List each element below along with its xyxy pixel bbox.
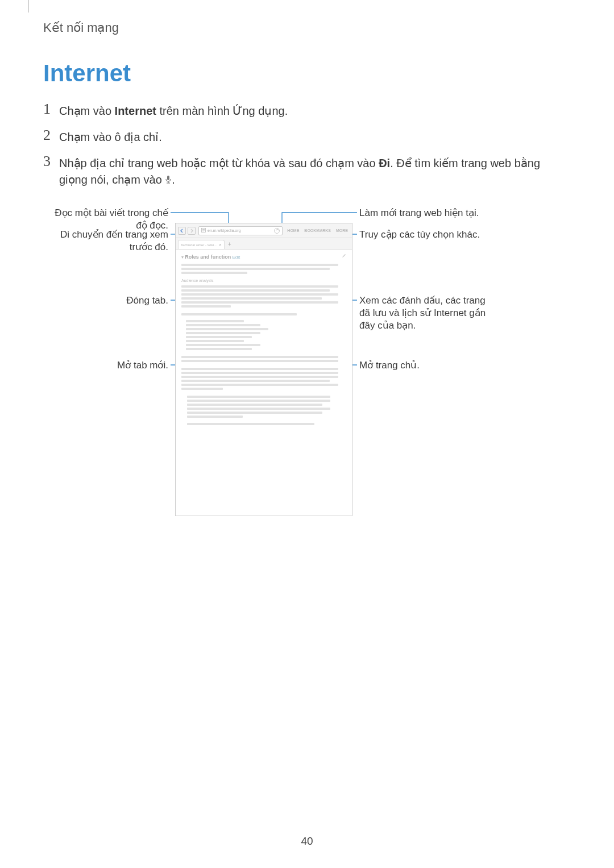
step-number: 3 — [43, 153, 59, 169]
step-text: Nhập địa chỉ trang web hoặc một từ khóa … — [59, 153, 566, 189]
callout-more-options: Truy cập các tùy chọn khác. — [359, 229, 480, 241]
tab-strip: Technical writer - Wiki... × + — [176, 238, 352, 250]
callout-back: Di chuyển đến trang xem trước đó. — [43, 229, 168, 254]
page-tab-marker — [28, 0, 29, 13]
content-section-title: Roles and function — [185, 254, 231, 260]
step-text: Chạm vào Internet trên màn hình Ứng dụng… — [59, 101, 288, 119]
tab-title: Technical writer - Wiki... — [181, 243, 217, 247]
step-text-bold: Đi — [379, 157, 390, 169]
url-text: en.m.wikipedia.org — [208, 229, 240, 232]
back-button[interactable] — [178, 227, 186, 235]
callout-bookmarks: Xem các đánh dấu, các trang đã lưu và lị… — [359, 294, 490, 332]
microphone-icon — [165, 172, 172, 189]
step-number: 2 — [43, 127, 59, 143]
step-text: Chạm vào ô địa chỉ. — [59, 127, 162, 146]
browser-screenshot: en.m.wikipedia.org HOME BOOKMARKS MORE T… — [175, 223, 352, 516]
toolbar-more[interactable]: MORE — [334, 229, 350, 232]
steps-list: 1 Chạm vào Internet trên màn hình Ứng dụ… — [43, 101, 566, 197]
page-title: Internet — [43, 60, 131, 87]
tab-close-icon[interactable]: × — [219, 242, 222, 247]
content-subhead: Audience analysis — [181, 277, 346, 284]
pencil-icon[interactable] — [342, 254, 346, 261]
step-1: 1 Chạm vào Internet trên màn hình Ứng dụ… — [43, 101, 566, 119]
callout-refresh: Làm mới trang web hiện tại. — [359, 207, 479, 219]
page-content: ▾ Roles and function Edit Audience analy… — [176, 250, 352, 430]
forward-button[interactable] — [188, 227, 196, 235]
step-text-post2: . — [172, 173, 175, 186]
breadcrumb: Kết nối mạng — [43, 20, 119, 35]
address-bar[interactable]: en.m.wikipedia.org — [198, 226, 283, 235]
callout-new-tab: Mở tab mới. — [117, 359, 168, 372]
reader-mode-icon[interactable] — [201, 228, 206, 233]
browser-tab[interactable]: Technical writer - Wiki... × — [178, 240, 225, 249]
step-number: 1 — [43, 101, 59, 117]
toolbar-home[interactable]: HOME — [285, 229, 301, 232]
step-3: 3 Nhập địa chỉ trang web hoặc một từ khó… — [43, 153, 566, 189]
callout-close-tab: Đóng tab. — [126, 294, 168, 307]
toolbar-bookmarks[interactable]: BOOKMARKS — [302, 229, 333, 232]
refresh-icon[interactable] — [274, 228, 280, 234]
step-text-post: trên màn hình Ứng dụng. — [156, 105, 288, 117]
browser-toolbar: en.m.wikipedia.org HOME BOOKMARKS MORE — [176, 223, 352, 238]
new-tab-icon[interactable]: + — [228, 241, 231, 247]
step-text-pre: Chạm vào — [59, 105, 115, 117]
svg-rect-0 — [167, 176, 169, 180]
step-text-pre: Nhập địa chỉ trang web hoặc một từ khóa … — [59, 157, 379, 169]
diagram: Đọc một bài viết trong chế độ đọc. Di ch… — [43, 205, 566, 534]
step-2: 2 Chạm vào ô địa chỉ. — [43, 127, 566, 146]
callout-home: Mở trang chủ. — [359, 359, 420, 372]
page-number: 40 — [0, 835, 614, 848]
step-text-bold: Internet — [115, 105, 156, 117]
edit-link[interactable]: Edit — [232, 255, 240, 260]
